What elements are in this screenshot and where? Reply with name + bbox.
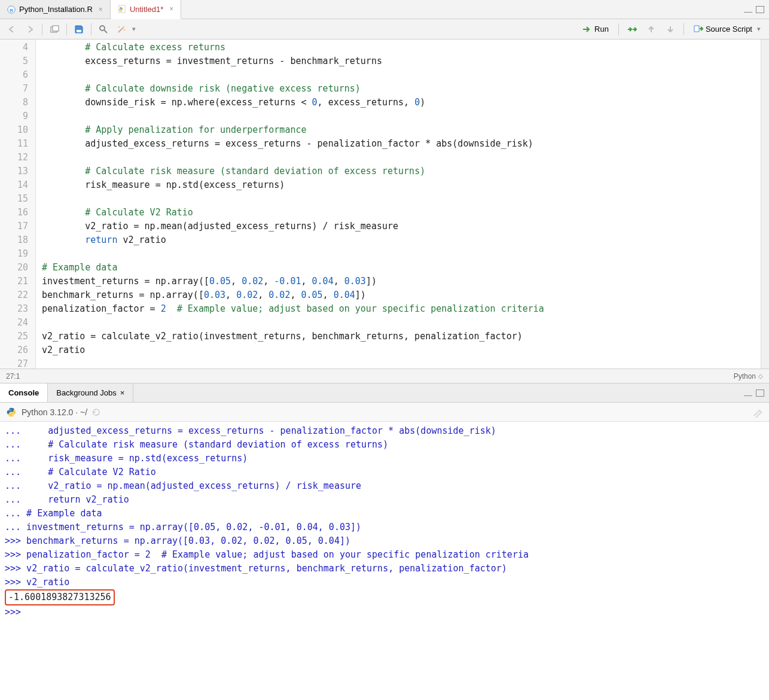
code-line[interactable]: penalization_factor = 2 # Example value;… [36,302,761,316]
svg-line-8 [118,28,123,32]
line-number: 7 [0,82,35,96]
editor-scrollbar[interactable] [761,39,769,369]
console-line: ... # Example data [5,507,764,521]
line-number: 10 [0,123,35,137]
close-icon[interactable]: × [99,5,103,14]
line-number: 16 [0,206,35,220]
close-icon[interactable]: × [169,5,173,13]
back-button[interactable] [5,22,19,36]
code-line[interactable]: v2_ratio = np.mean(adjusted_excess_retur… [36,220,761,233]
line-number: 25 [0,330,35,343]
maximize-icon[interactable] [756,6,764,13]
console-output[interactable]: ... adjusted_excess_returns = excess_ret… [0,422,769,700]
code-line[interactable]: risk_measure = np.std(excess_returns) [36,178,761,192]
show-in-new-window-button[interactable] [47,22,62,36]
code-line[interactable]: adjusted_excess_returns = excess_returns… [36,137,761,151]
svg-point-13 [10,408,10,409]
console-line: ... adjusted_excess_returns = excess_ret… [5,424,764,438]
run-icon [582,25,592,34]
code-line[interactable] [36,247,761,261]
python-icon [6,407,17,418]
code-line[interactable]: benchmark_returns = np.array([0.03, 0.02… [36,288,761,302]
run-button[interactable]: Run [579,23,612,35]
code-line[interactable]: # Calculate V2 Ratio [36,206,761,220]
code-line[interactable]: return v2_ratio [36,233,761,247]
source-script-button[interactable]: Source Script ▾ [690,23,764,35]
up-arrow-button[interactable] [644,22,658,36]
dropdown-caret-icon[interactable]: ▾ [132,25,136,33]
code-line[interactable]: v2_ratio = calculate_v2_ratio(investment… [36,330,761,343]
svg-rect-12 [694,26,699,32]
line-number: 17 [0,220,35,233]
svg-text:R: R [10,7,13,13]
down-arrow-button[interactable] [663,22,678,36]
code-line[interactable]: # Calculate downside risk (negative exce… [36,82,761,96]
console-prompt[interactable]: >>> [5,605,764,619]
svg-point-9 [123,26,124,28]
minimize-icon[interactable] [744,12,752,13]
forward-button[interactable] [23,22,37,36]
console-line: >>> v2_ratio [5,576,764,589]
line-number: 8 [0,96,35,109]
tab-label: Untitled1* [130,5,163,14]
code-line[interactable]: investment_returns = np.array([0.05, 0.0… [36,275,761,288]
svg-point-6 [100,26,105,31]
search-button[interactable] [96,22,111,36]
line-number: 9 [0,109,35,123]
wand-button[interactable] [114,22,129,36]
minimize-icon[interactable] [744,395,752,396]
code-line[interactable]: downside_risk = np.where(excess_returns … [36,96,761,109]
console-pane: ConsoleBackground Jobs× Python 3.12.0 · … [0,383,769,700]
code-line[interactable]: # Calculate risk measure (standard devia… [36,165,761,178]
cursor-position: 27:1 [6,372,20,381]
line-gutter: 4567891011121314151617181920212223242526… [0,39,36,369]
code-line[interactable]: # Example data [36,261,761,275]
code-line[interactable]: excess_returns = investment_returns - be… [36,54,761,68]
pane-window-controls [744,384,769,402]
clear-console-icon[interactable] [752,407,763,418]
code-editor[interactable]: 4567891011121314151617181920212223242526… [0,39,769,369]
caret-icon: ◇ [758,373,763,379]
console-line: ... investment_returns = np.array([0.05,… [5,521,764,534]
pane-tab-label: Console [8,388,39,397]
line-number: 27 [0,357,35,369]
code-line[interactable]: # Calculate excess returns [36,41,761,54]
console-title: Python 3.12.0 · ~/ [22,407,87,417]
svg-rect-4 [53,26,59,31]
background-jobs-tab[interactable]: Background Jobs× [48,384,133,402]
console-tab[interactable]: Console [0,384,48,402]
code-line[interactable] [36,192,761,206]
editor-tab[interactable]: RPython_Installation.R× [0,0,111,19]
svg-point-14 [13,415,13,416]
line-number: 5 [0,54,35,68]
close-icon[interactable]: × [120,388,125,397]
line-number: 24 [0,316,35,330]
svg-point-11 [124,29,125,31]
console-line: ... # Calculate risk measure (standard d… [5,438,764,452]
source-icon [694,25,703,34]
console-line: ... return v2_ratio [5,493,764,507]
language-indicator[interactable]: Python [734,372,756,381]
line-number: 20 [0,261,35,275]
code-line[interactable] [36,68,761,82]
rerun-button[interactable] [625,22,639,36]
code-line[interactable]: # Apply penalization for underperformanc… [36,123,761,137]
code-line[interactable] [36,109,761,123]
save-button[interactable] [72,22,86,36]
code-line[interactable] [36,151,761,165]
pane-tab-label: Background Jobs [56,388,116,397]
maximize-icon[interactable] [756,389,764,397]
code-body[interactable]: # Calculate excess returns excess_return… [36,39,761,369]
svg-line-7 [104,30,107,33]
pane-window-controls [744,0,769,19]
refresh-icon[interactable] [92,408,100,416]
console-line: ... v2_ratio = np.mean(adjusted_excess_r… [5,479,764,493]
console-line: ... # Calculate V2 Ratio [5,465,764,479]
editor-tab[interactable]: Untitled1*× [111,0,181,19]
line-number: 4 [0,41,35,54]
code-line[interactable] [36,357,761,369]
line-number: 23 [0,302,35,316]
source-label: Source Script [706,25,752,34]
code-line[interactable]: v2_ratio [36,343,761,357]
code-line[interactable] [36,316,761,330]
